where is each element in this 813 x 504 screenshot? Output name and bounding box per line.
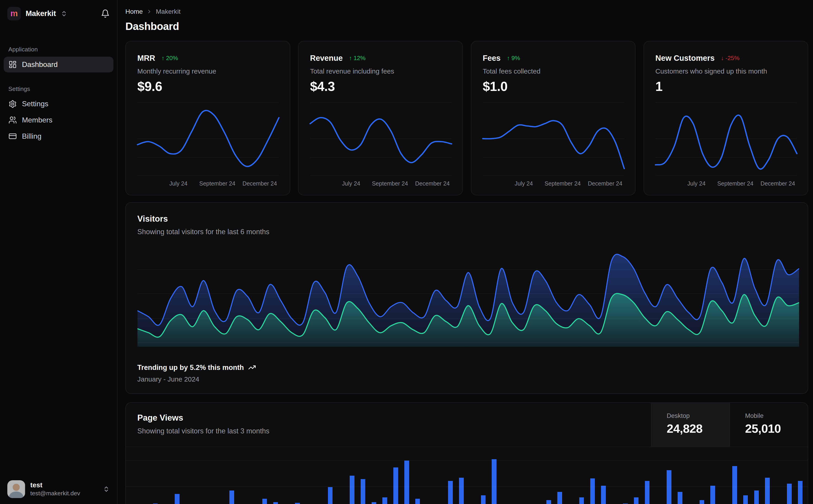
bar xyxy=(415,499,420,504)
stat-value: 1 xyxy=(656,79,797,94)
bar xyxy=(361,479,365,504)
bar xyxy=(393,467,398,504)
stat-title: MRR xyxy=(137,54,155,63)
workspace-switcher[interactable]: m Makerkit xyxy=(0,0,117,27)
x-axis-labels: July 24September 24December 24 xyxy=(483,176,624,190)
credit-card-icon xyxy=(8,132,17,141)
bar xyxy=(590,478,595,504)
gridline xyxy=(126,460,808,460)
bar xyxy=(328,487,333,504)
users-icon xyxy=(8,116,17,124)
sidebar: m Makerkit Application Dashboard Setting… xyxy=(0,0,117,504)
bar xyxy=(579,497,584,504)
dashboard-icon xyxy=(8,60,17,69)
bar xyxy=(273,502,278,504)
bar xyxy=(295,503,300,504)
stat-card-fees: Fees ↑9% Total fees collected $1.0 July … xyxy=(471,41,636,195)
toggle-desktop[interactable]: Desktop 24,828 xyxy=(651,403,730,447)
bar xyxy=(743,495,748,504)
bar xyxy=(230,491,234,504)
fees-sparkline-chart xyxy=(483,101,624,176)
dashboard-app: m Makerkit Application Dashboard Setting… xyxy=(0,0,813,504)
sidebar-item-label: Settings xyxy=(22,100,48,108)
stat-description: Monthly recurring revenue xyxy=(137,67,279,75)
sidebar-item-dashboard[interactable]: Dashboard xyxy=(4,57,113,72)
breadcrumb-home[interactable]: Home xyxy=(125,8,143,15)
stat-title: Fees xyxy=(483,54,501,63)
toggle-label: Desktop xyxy=(667,412,729,419)
stat-description: Customers who signed up this month xyxy=(656,67,797,75)
page-title: Dashboard xyxy=(125,21,808,32)
page-views-bar-chart xyxy=(126,447,808,504)
bar xyxy=(404,461,409,504)
stat-title: Revenue xyxy=(310,54,343,63)
user-avatar xyxy=(7,480,25,498)
user-menu[interactable]: test test@makerkit.dev xyxy=(0,474,117,504)
arrow-up-icon: ↑ xyxy=(161,55,164,62)
stat-value: $9.6 xyxy=(137,79,279,94)
new-customers-sparkline-chart xyxy=(656,101,797,176)
visitors-date-range: January - June 2024 xyxy=(137,375,799,383)
toggle-label: Mobile xyxy=(745,412,808,419)
chevrons-up-down-icon[interactable] xyxy=(103,486,110,493)
page-views-title: Page Views xyxy=(137,413,651,423)
bar xyxy=(350,476,355,504)
visitors-title: Visitors xyxy=(137,214,799,224)
chevron-right-icon xyxy=(146,9,152,14)
main-content: Home Makerkit Dashboard MRR ↑20% Monthly… xyxy=(117,0,813,504)
sidebar-item-settings[interactable]: Settings xyxy=(4,96,113,112)
page-views-card: Page Views Showing total visitors for th… xyxy=(125,402,808,504)
gear-icon xyxy=(8,100,17,108)
logo-letter: m xyxy=(10,9,18,18)
toggle-value: 25,010 xyxy=(745,422,808,435)
toggle-value: 24,828 xyxy=(667,422,729,435)
user-email: test@makerkit.dev xyxy=(30,489,80,497)
arrow-up-icon: ↑ xyxy=(507,55,510,62)
sidebar-item-label: Billing xyxy=(22,132,41,141)
bar xyxy=(382,497,387,504)
sidebar-section-application: Application xyxy=(8,46,109,53)
x-axis-labels: July 24September 24December 24 xyxy=(137,176,279,190)
sidebar-item-label: Members xyxy=(22,116,52,124)
workspace-name: Makerkit xyxy=(26,9,56,18)
sidebar-item-members[interactable]: Members xyxy=(4,112,113,128)
arrow-down-icon: ↓ xyxy=(721,55,724,62)
mrr-sparkline-chart xyxy=(137,101,279,176)
stat-card-new-customers: New Customers ↓-25% Customers who signed… xyxy=(644,41,808,195)
sidebar-section-settings: Settings xyxy=(8,85,109,93)
bar xyxy=(262,499,267,504)
bar xyxy=(678,492,683,504)
trend-badge: ↑12% xyxy=(349,55,366,62)
bar xyxy=(700,500,704,504)
bar xyxy=(175,494,179,504)
bar xyxy=(754,491,759,504)
sidebar-item-billing[interactable]: Billing xyxy=(4,128,113,144)
bar xyxy=(710,486,715,504)
stat-description: Total revenue including fees xyxy=(310,67,452,75)
sidebar-item-label: Dashboard xyxy=(22,60,58,69)
stat-card-mrr: MRR ↑20% Monthly recurring revenue $9.6 … xyxy=(125,41,290,195)
bar xyxy=(492,459,496,504)
bar xyxy=(557,492,562,504)
trend-badge: ↑20% xyxy=(161,55,178,62)
toggle-mobile[interactable]: Mobile 25,010 xyxy=(730,403,808,447)
bar xyxy=(448,481,453,504)
trend-badge: ↓-25% xyxy=(721,55,739,62)
stat-title: New Customers xyxy=(656,54,715,63)
bar xyxy=(798,481,803,504)
bar xyxy=(732,466,737,504)
bar xyxy=(372,502,376,504)
visitors-area-chart xyxy=(137,247,799,347)
user-name: test xyxy=(30,481,80,489)
bar xyxy=(459,478,464,504)
bar xyxy=(667,470,672,504)
chevrons-up-down-icon[interactable] xyxy=(61,10,67,17)
arrow-up-icon: ↑ xyxy=(349,55,352,62)
trend-badge: ↑9% xyxy=(507,55,520,62)
visitors-footer: Trending up by 5.2% this month xyxy=(137,363,799,372)
bell-icon[interactable] xyxy=(101,9,110,18)
breadcrumb-current[interactable]: Makerkit xyxy=(156,8,181,15)
x-axis-labels: July 24September 24December 24 xyxy=(310,176,452,190)
user-info: test test@makerkit.dev xyxy=(30,481,80,497)
page-views-subtitle: Showing total visitors for the last 3 mo… xyxy=(137,427,651,435)
